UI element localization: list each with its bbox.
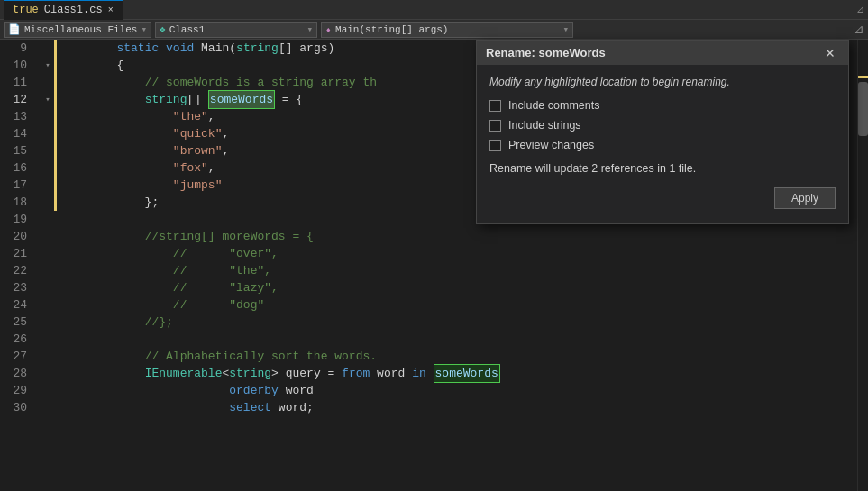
margin-26 <box>41 331 54 348</box>
ln-12: 12 <box>0 91 34 108</box>
rename-dialog-subtitle: Modify any highlighted location to begin… <box>489 76 836 88</box>
ln-19: 19 <box>0 211 34 228</box>
margin-14 <box>41 125 54 142</box>
include-comments-label: Include comments <box>508 99 599 112</box>
file-scope-dropdown[interactable]: 📄 Miscellaneous Files ▾ <box>4 22 151 38</box>
include-strings-option[interactable]: Include strings <box>489 119 836 132</box>
margin-12[interactable]: ▾ <box>41 91 54 108</box>
tab-close-btn[interactable]: × <box>108 5 114 15</box>
file-scope-chevron: ▾ <box>141 23 147 35</box>
rename-dialog-close-btn[interactable]: ✕ <box>821 47 839 59</box>
class-label: Class1 <box>169 24 206 35</box>
ln-13: 13 <box>0 108 34 125</box>
file-tab-modified: true <box>13 4 39 16</box>
preview-changes-label: Preview changes <box>508 139 594 151</box>
rename-dialog-body: Modify any highlighted location to begin… <box>477 65 848 223</box>
margin-16 <box>41 159 54 177</box>
ln-18: 18 <box>0 194 34 211</box>
margin-25 <box>41 314 54 331</box>
ln-11: 11 <box>0 74 34 91</box>
ln-22: 22 <box>0 262 34 279</box>
ln-14: 14 <box>0 125 34 142</box>
scrollbar-thumb[interactable] <box>858 82 868 136</box>
class-dropdown[interactable]: ❖ Class1 ▾ <box>155 22 317 38</box>
margin-20 <box>41 228 54 245</box>
method-icon: ⬧ <box>325 24 332 35</box>
margin-24 <box>41 296 54 314</box>
file-scope-label: Miscellaneous Files <box>24 24 137 35</box>
margin-21 <box>41 245 54 262</box>
title-bar: true Class1.cs × ⊿ <box>0 0 868 20</box>
code-line-25: //}; <box>60 314 857 331</box>
include-strings-label: Include strings <box>508 119 581 132</box>
include-comments-option[interactable]: Include comments <box>489 99 836 112</box>
margin-15 <box>41 142 54 159</box>
include-strings-checkbox[interactable] <box>489 120 501 132</box>
ln-23: 23 <box>0 279 34 296</box>
margin-22 <box>41 262 54 279</box>
file-scope-icon: 📄 <box>8 23 21 35</box>
class-chevron: ▾ <box>306 23 313 35</box>
ln-10: 10 <box>0 57 34 74</box>
collapse-10-icon[interactable]: ▾ <box>45 60 50 70</box>
scrollbar-mark <box>858 76 868 78</box>
class-icon: ❖ <box>160 23 166 35</box>
margin-13 <box>41 108 54 125</box>
collapse-12-icon[interactable]: ▾ <box>45 95 50 105</box>
line-number-gutter: 9 10 11 12 13 14 15 16 17 18 19 20 21 22… <box>0 40 41 491</box>
code-line-22: // "the", <box>60 262 857 279</box>
margin-29 <box>41 382 54 399</box>
method-chevron: ▾ <box>562 23 569 35</box>
rename-dialog-title: Rename: someWords <box>486 46 606 59</box>
rename-dialog-footer: Apply <box>489 187 836 213</box>
code-line-20: //string[] moreWords = { <box>60 228 857 245</box>
margin-19 <box>41 211 54 228</box>
include-comments-checkbox[interactable] <box>489 100 501 112</box>
ln-28: 28 <box>0 365 34 382</box>
editor-area: 9 10 11 12 13 14 15 16 17 18 19 20 21 22… <box>0 40 868 491</box>
ln-27: 27 <box>0 348 34 365</box>
ln-9: 9 <box>0 40 34 57</box>
margin-30 <box>41 399 54 416</box>
margin-28 <box>41 365 54 382</box>
code-line-30: select word; <box>60 399 857 416</box>
ln-26: 26 <box>0 331 34 348</box>
ln-29: 29 <box>0 382 34 399</box>
ln-30: 30 <box>0 399 34 416</box>
code-line-23: // "lazy", <box>60 279 857 296</box>
margin-18 <box>41 194 54 211</box>
ln-20: 20 <box>0 228 34 245</box>
margin-27 <box>41 348 54 365</box>
nav-bar: 📄 Miscellaneous Files ▾ ❖ Class1 ▾ ⬧ Mai… <box>0 20 868 40</box>
code-line-24: // "dog" <box>60 296 857 314</box>
code-line-29: orderby word <box>60 382 857 399</box>
file-tab[interactable]: true Class1.cs × <box>4 0 123 20</box>
rename-dialog-titlebar: Rename: someWords ✕ <box>477 41 848 65</box>
vertical-scrollbar[interactable] <box>857 40 868 491</box>
file-tab-label: Class1.cs <box>44 4 103 16</box>
rename-dialog: Rename: someWords ✕ Modify any highlight… <box>476 40 849 224</box>
margin-10[interactable]: ▾ <box>41 57 54 74</box>
margin-11 <box>41 74 54 91</box>
rename-info-text: Rename will update 2 references in 1 fil… <box>489 162 836 175</box>
tab-bar: true Class1.cs × <box>4 0 123 20</box>
code-line-21: // "over", <box>60 245 857 262</box>
method-label: Main(string[] args) <box>335 24 448 35</box>
margin-23 <box>41 279 54 296</box>
margin-17 <box>41 177 54 194</box>
ln-24: 24 <box>0 296 34 314</box>
code-line-28: IEnumerable<string> query = from word in… <box>60 365 857 382</box>
pin-btn[interactable]: ⊿ <box>856 4 864 15</box>
margin-9 <box>41 40 54 57</box>
nav-right-btn[interactable]: ⊿ <box>854 22 864 37</box>
margin-col: ▾ ▾ <box>41 40 54 491</box>
method-dropdown[interactable]: ⬧ Main(string[] args) ▾ <box>321 22 573 38</box>
ln-25: 25 <box>0 314 34 331</box>
ln-16: 16 <box>0 159 34 177</box>
preview-changes-option[interactable]: Preview changes <box>489 139 836 151</box>
apply-button[interactable]: Apply <box>774 187 836 209</box>
ln-17: 17 <box>0 177 34 194</box>
preview-changes-checkbox[interactable] <box>489 140 501 151</box>
ln-21: 21 <box>0 245 34 262</box>
code-line-27: // Alphabetically sort the words. <box>60 348 857 365</box>
